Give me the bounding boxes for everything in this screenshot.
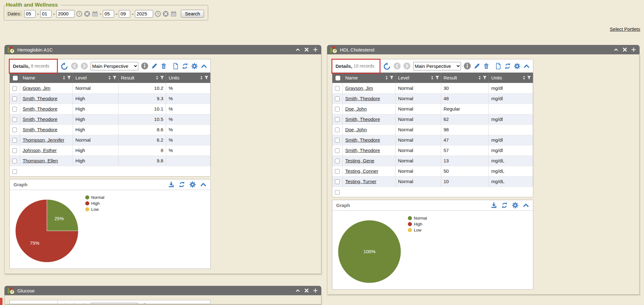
select-all-checkbox[interactable] [13,76,18,80]
sort-icon[interactable] [63,76,65,80]
from-clear-icon[interactable] [84,11,90,17]
patient-name-link[interactable]: Smith, Theodore [23,96,58,101]
perspective-select[interactable]: Main Perspective [91,303,138,304]
patient-name-link[interactable]: Doe, John [345,127,367,132]
row-checkbox[interactable] [335,128,340,132]
row-checkbox[interactable] [12,96,17,101]
row-checkbox[interactable] [335,148,340,153]
row-checkbox[interactable] [12,117,17,122]
to-calendar-icon[interactable] [170,11,177,17]
row-checkbox[interactable] [335,179,340,184]
filter-icon[interactable] [67,76,71,80]
row-checkbox[interactable] [12,86,17,91]
collapse-panel-icon[interactable] [200,181,207,188]
download-icon[interactable] [168,181,175,188]
patient-name-link[interactable]: Grayson, Jim [23,85,50,91]
move-portlet-icon[interactable] [313,47,318,52]
patient-name-link[interactable]: Smith, Theodore [345,117,380,122]
patient-name-link[interactable]: Testing, Conner [345,168,378,174]
close-portlet-icon[interactable] [304,288,309,293]
row-checkbox[interactable] [335,159,340,163]
collapse-portlet-icon[interactable] [614,47,618,52]
refresh-icon[interactable] [501,202,508,209]
settings-icon[interactable] [512,202,519,209]
refresh-icon[interactable] [504,63,511,69]
row-checkbox[interactable] [335,107,340,112]
next-icon[interactable] [81,303,88,304]
row-checkbox[interactable] [12,138,17,143]
to-year-input[interactable] [135,10,153,18]
column-header-result[interactable]: Result [441,73,489,83]
collapse-panel-icon[interactable] [523,202,529,209]
to-day-input[interactable] [119,10,130,18]
row-checkbox[interactable] [12,148,17,153]
edit-icon[interactable] [151,63,158,69]
from-day-input[interactable] [40,10,52,18]
column-header-name[interactable]: Name [20,73,73,83]
prev-icon[interactable] [71,303,78,304]
info-icon[interactable] [464,63,471,69]
download-icon[interactable] [491,202,497,209]
patient-name-link[interactable]: Smith, Theodore [345,148,380,153]
to-month-input[interactable] [103,10,114,18]
collapse-panel-icon[interactable] [523,63,530,69]
new-document-icon[interactable] [172,63,179,69]
from-month-input[interactable] [24,10,36,18]
patient-name-link[interactable]: Testing, Turner [345,179,376,184]
info-icon[interactable] [141,303,148,304]
delete-icon[interactable] [160,63,167,69]
column-header-level[interactable]: Level [73,73,118,83]
row-checkbox[interactable] [335,117,340,122]
perspective-select[interactable]: Main Perspective [91,62,138,70]
close-portlet-icon[interactable] [623,47,627,52]
from-calendar-icon[interactable] [92,11,98,17]
row-checkbox[interactable] [12,128,17,132]
collapse-panel-icon[interactable] [201,63,207,69]
new-row-checkbox[interactable] [12,169,17,174]
patient-name-link[interactable]: Smith, Theodore [23,117,58,122]
sort-icon[interactable] [200,76,203,80]
new-document-icon[interactable] [495,63,502,69]
sort-icon[interactable] [108,76,111,80]
settings-icon[interactable] [514,63,520,69]
filter-icon[interactable] [390,76,394,80]
close-portlet-icon[interactable] [304,47,309,52]
from-time-icon[interactable] [76,11,82,17]
move-portlet-icon[interactable] [631,47,636,52]
filter-icon[interactable] [435,76,439,80]
collapse-portlet-icon[interactable] [296,47,300,52]
select-all-checkbox[interactable] [336,76,340,80]
select-portlets-link[interactable]: Select Portlets [610,26,640,32]
from-year-input[interactable] [56,10,75,18]
filter-icon[interactable] [204,76,208,80]
patient-name-link[interactable]: Doe, John [345,106,367,112]
to-clear-icon[interactable] [163,11,169,17]
column-header-name[interactable]: Name [342,73,395,83]
next-icon[interactable] [81,63,88,69]
filter-icon[interactable] [160,76,164,80]
row-checkbox[interactable] [335,86,340,91]
patient-name-link[interactable]: Smith, Theodore [345,96,380,101]
column-header-units[interactable]: Units [166,73,210,83]
prev-icon[interactable] [71,63,78,69]
patient-name-link[interactable]: Smith, Theodore [345,137,380,143]
row-checkbox[interactable] [335,138,340,143]
refresh-icon[interactable] [182,63,188,69]
patient-name-link[interactable]: Grayson, Jim [345,85,373,91]
filter-icon[interactable] [113,76,117,80]
filter-icon[interactable] [483,76,487,80]
sort-icon[interactable] [523,76,525,80]
sort-icon[interactable] [385,76,388,80]
sort-icon[interactable] [431,76,434,80]
refresh-icon[interactable] [179,181,185,188]
collapse-portlet-icon[interactable] [296,288,300,293]
undo-icon[interactable] [61,62,68,70]
row-checkbox[interactable] [335,96,340,101]
patient-name-link[interactable]: Thompson, Jennifer [23,137,64,143]
prev-icon[interactable] [394,63,401,69]
undo-icon[interactable] [383,62,391,70]
sort-icon[interactable] [478,76,481,80]
search-button[interactable]: Search [181,10,204,18]
delete-icon[interactable] [483,63,490,69]
row-checkbox[interactable] [12,107,17,112]
